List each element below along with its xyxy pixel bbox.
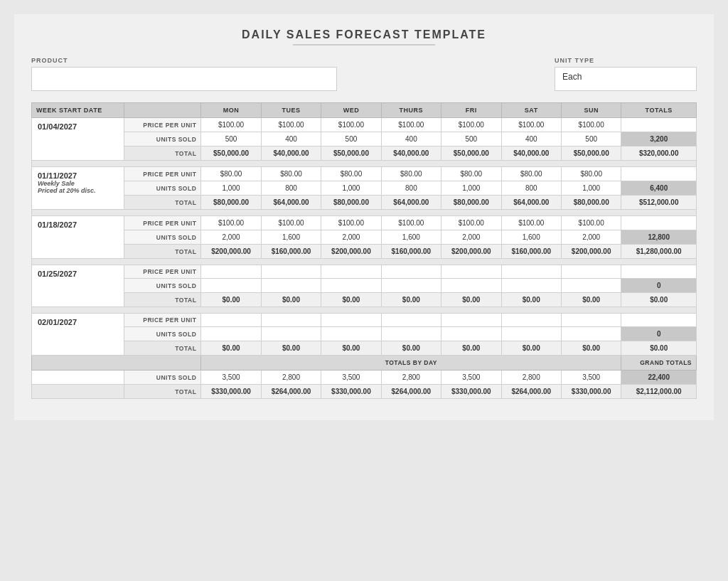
week-1-note: Priced at 20% disc. xyxy=(38,187,118,194)
gt-total-row: TOTAL$330,000.00$264,000.00$330,000.00$2… xyxy=(32,385,697,399)
week-2-spacer xyxy=(32,259,697,265)
week-1-price-day-5: $80.00 xyxy=(501,167,561,181)
week-0-units-day-5: 400 xyxy=(501,132,561,146)
gt-total-day-3: $264,000.00 xyxy=(381,385,441,399)
week-4-row-total: $0.00 xyxy=(621,341,697,356)
week-3-price-row: 01/25/2027PRICE PER UNIT xyxy=(32,265,697,279)
week-2-date-text: 01/18/2027 xyxy=(38,220,118,229)
week-2-total-day-2: $200,000.00 xyxy=(321,245,381,259)
week-0-price-day-6: $100.00 xyxy=(561,118,621,132)
week-2-total-day-1: $160,000.00 xyxy=(261,245,321,259)
week-2-price-day-5: $100.00 xyxy=(501,216,561,230)
week-3-units-total: 0 xyxy=(621,279,697,293)
week-3-price-day-0 xyxy=(201,265,261,279)
week-3-price-day-4 xyxy=(441,265,501,279)
week-1-price-row: 01/11/2027Weekly SalePriced at 20% disc.… xyxy=(32,167,697,181)
gt-total-day-0: $330,000.00 xyxy=(201,385,261,399)
page-container: DAILY SALES FORECAST TEMPLATE PRODUCT UN… xyxy=(14,14,714,420)
week-3-total-day-6: $0.00 xyxy=(561,293,621,307)
week-0-price-day-3: $100.00 xyxy=(381,118,441,132)
header-wed: WED xyxy=(321,103,381,118)
gt-units-day-6: 3,500 xyxy=(561,371,621,385)
week-0-units-day-2: 500 xyxy=(321,132,381,146)
week-1-total-day-2: $80,000.00 xyxy=(321,196,381,210)
week-1-total-label: TOTAL xyxy=(124,196,201,210)
week-0-total-day-0: $50,000.00 xyxy=(201,146,261,161)
gt-total-empty xyxy=(32,385,124,399)
week-2-units-day-4: 2,000 xyxy=(441,230,501,245)
week-3-total-day-1: $0.00 xyxy=(261,293,321,307)
week-0-total-day-6: $50,000.00 xyxy=(561,146,621,161)
week-4-units-day-3 xyxy=(381,327,441,341)
week-1-total-row: TOTAL$80,000.00$64,000.00$80,000.00$64,0… xyxy=(32,196,697,210)
week-3-date-text: 01/25/2027 xyxy=(38,270,118,278)
week-4-total-day-1: $0.00 xyxy=(261,341,321,356)
week-1-units-day-5: 800 xyxy=(501,181,561,196)
week-3-units-day-1 xyxy=(261,279,321,293)
week-2-total-label: TOTAL xyxy=(124,245,201,259)
week-2-units-total: 12,800 xyxy=(621,230,697,245)
week-2-units-row: UNITS SOLD2,0001,6002,0001,6002,0001,600… xyxy=(32,230,697,245)
week-4-date: 02/01/2027 xyxy=(32,314,124,356)
week-2-units-day-6: 2,000 xyxy=(561,230,621,245)
week-3-total-day-0: $0.00 xyxy=(201,293,261,307)
header-fri: FRI xyxy=(441,103,501,118)
week-3-spacer xyxy=(32,307,697,314)
week-1-units-day-6: 1,000 xyxy=(561,181,621,196)
gt-units-empty xyxy=(32,371,124,385)
week-0-units-day-0: 500 xyxy=(201,132,261,146)
week-1-units-day-0: 1,000 xyxy=(201,181,261,196)
header-sun: SUN xyxy=(561,103,621,118)
gt-grand-total: $2,112,000.00 xyxy=(621,385,697,399)
week-3-units-day-4 xyxy=(441,279,501,293)
week-2-units-day-0: 2,000 xyxy=(201,230,261,245)
header-row: WEEK START DATE MON TUES WED THURS FRI S… xyxy=(32,103,697,118)
header-sat: SAT xyxy=(501,103,561,118)
week-1-total-day-1: $64,000.00 xyxy=(261,196,321,210)
week-2-price-label: PRICE PER UNIT xyxy=(124,216,201,230)
week-1-price-day-4: $80.00 xyxy=(441,167,501,181)
header-week-start: WEEK START DATE xyxy=(32,103,124,118)
week-2-total-day-5: $160,000.00 xyxy=(501,245,561,259)
week-1-price-day-3: $80.00 xyxy=(381,167,441,181)
gt-units-day-3: 2,800 xyxy=(381,371,441,385)
week-4-price-day-6 xyxy=(561,314,621,327)
top-fields: PRODUCT UNIT TYPE Each xyxy=(31,57,697,91)
gt-total-day-2: $330,000.00 xyxy=(321,385,381,399)
week-2-price-day-3: $100.00 xyxy=(381,216,441,230)
week-4-date-text: 02/01/2027 xyxy=(38,318,118,326)
week-3-price-day-1 xyxy=(261,265,321,279)
week-4-units-day-2 xyxy=(321,327,381,341)
unit-type-input[interactable]: Each xyxy=(555,67,697,91)
week-4-price-day-3 xyxy=(381,314,441,327)
header-label-col xyxy=(124,103,201,118)
week-3-units-label: UNITS SOLD xyxy=(124,279,201,293)
week-3-total-row: TOTAL$0.00$0.00$0.00$0.00$0.00$0.00$0.00… xyxy=(32,293,697,307)
week-3-price-day-6 xyxy=(561,265,621,279)
week-3-total-day-2: $0.00 xyxy=(321,293,381,307)
week-4-units-label: UNITS SOLD xyxy=(124,327,201,341)
title-underline xyxy=(293,44,435,46)
week-0-date-text: 01/04/2027 xyxy=(38,122,118,131)
week-3-units-row: UNITS SOLD0 xyxy=(32,279,697,293)
week-0-units-row: UNITS SOLD5004005004005004005003,200 xyxy=(32,132,697,146)
gt-units-day-2: 3,500 xyxy=(321,371,381,385)
week-3-date: 01/25/2027 xyxy=(32,265,124,307)
week-1-row-total: $512,000.00 xyxy=(621,196,697,210)
week-1-units-day-1: 800 xyxy=(261,181,321,196)
week-2-price-day-1: $100.00 xyxy=(261,216,321,230)
header-thurs: THURS xyxy=(381,103,441,118)
gt-total-label: TOTAL xyxy=(124,385,201,399)
week-0-units-day-1: 400 xyxy=(261,132,321,146)
week-1-price-day-0: $80.00 xyxy=(201,167,261,181)
week-0-price-total xyxy=(621,118,697,132)
product-input[interactable] xyxy=(31,67,337,91)
week-4-units-day-4 xyxy=(441,327,501,341)
week-2-price-day-2: $100.00 xyxy=(321,216,381,230)
week-2-price-total xyxy=(621,216,697,230)
gt-total-day-4: $330,000.00 xyxy=(441,385,501,399)
gt-units-day-5: 2,800 xyxy=(501,371,561,385)
gt-units-day-0: 3,500 xyxy=(201,371,261,385)
week-0-total-day-3: $40,000.00 xyxy=(381,146,441,161)
gt-units-day-4: 3,500 xyxy=(441,371,501,385)
